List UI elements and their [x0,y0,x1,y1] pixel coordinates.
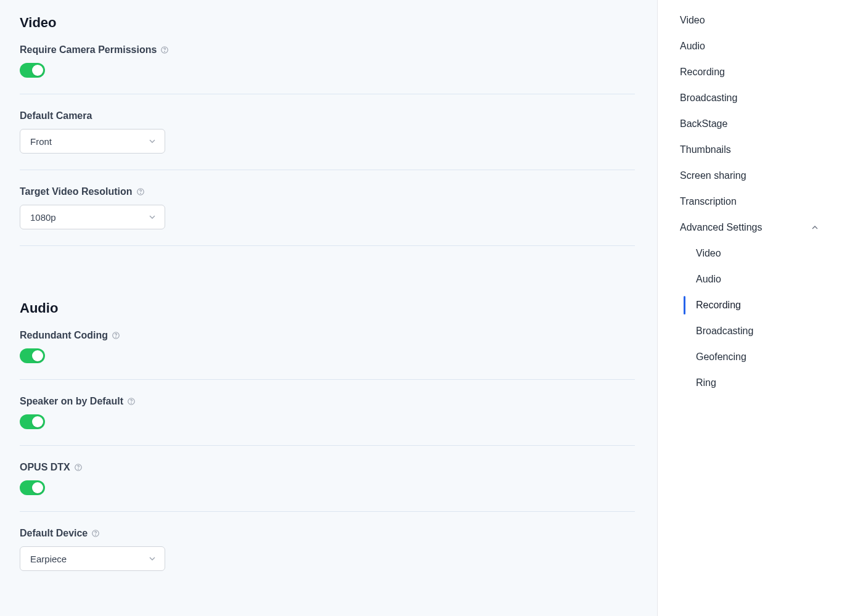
nav-label: Thumbnails [680,144,731,155]
section-title-audio: Audio [20,300,635,316]
setting-speaker-default: Speaker on by Default [20,396,635,446]
help-icon[interactable] [74,463,83,472]
nav-sub-ring[interactable]: Ring [660,370,830,396]
chevron-down-icon [147,212,157,222]
label-row: Speaker on by Default [20,396,635,407]
nav-label: Geofencing [696,351,746,362]
toggle-opus-dtx[interactable] [20,480,45,495]
setting-require-camera: Require Camera Permissions [20,44,635,94]
svg-point-3 [140,193,141,194]
toggle-require-camera[interactable] [20,63,45,78]
help-icon[interactable] [160,46,169,54]
setting-default-camera: Default Camera Front [20,110,635,170]
setting-redundant-coding: Redundant Coding [20,330,635,380]
select-default-camera[interactable]: Front [20,129,165,154]
nav-label: Recording [696,300,741,310]
select-target-resolution[interactable]: 1080p [20,205,165,229]
nav-item-thumbnails[interactable]: Thumbnails [658,137,830,163]
chevron-down-icon [147,554,157,564]
nav-item-audio[interactable]: Audio [658,33,830,59]
nav-label: Broadcasting [680,92,737,104]
setting-label: Target Video Resolution [20,186,133,197]
nav-item-advanced-settings[interactable]: Advanced Settings [658,215,830,240]
svg-point-7 [131,403,132,403]
select-value: Front [30,136,52,147]
nav-label: Audio [696,274,721,284]
help-icon[interactable] [136,187,145,196]
nav-sub-audio[interactable]: Audio [660,266,830,292]
select-value: Earpiece [30,554,67,564]
nav-label: Advanced Settings [680,222,762,233]
setting-default-device: Default Device Earpiece [20,528,635,587]
chevron-down-icon [147,136,157,146]
toggle-redundant-coding[interactable] [20,348,45,363]
nav-advanced-sublist: Video Audio Recording Broadcasting Geofe… [658,240,830,396]
sidebar-nav: Video Audio Recording Broadcasting BackS… [657,0,842,616]
label-row: OPUS DTX [20,462,635,473]
nav-label: Video [696,248,721,258]
select-value: 1080p [30,212,56,223]
nav-item-transcription[interactable]: Transcription [658,189,830,215]
svg-point-9 [78,469,78,469]
help-icon[interactable] [112,331,120,340]
nav-label: Ring [696,377,716,388]
select-default-device[interactable]: Earpiece [20,546,165,571]
svg-point-11 [96,535,96,535]
setting-label: Default Camera [20,110,92,121]
setting-label: OPUS DTX [20,462,70,473]
svg-point-1 [165,51,165,52]
nav-label: Screen sharing [680,170,746,181]
nav-item-screen-sharing[interactable]: Screen sharing [658,163,830,189]
label-row: Target Video Resolution [20,186,635,197]
help-icon[interactable] [91,529,100,538]
setting-opus-dtx: OPUS DTX [20,462,635,512]
label-row: Redundant Coding [20,330,635,341]
setting-label: Speaker on by Default [20,396,123,407]
section-title-video: Video [20,15,635,31]
nav-label: Broadcasting [696,326,753,336]
nav-item-video[interactable]: Video [658,7,830,33]
main-settings-panel: Video Require Camera Permissions Default… [0,0,657,616]
nav-sub-video[interactable]: Video [660,240,830,266]
nav-item-broadcasting[interactable]: Broadcasting [658,85,830,111]
nav-label: BackStage [680,118,727,129]
setting-label: Redundant Coding [20,330,108,341]
nav-label: Transcription [680,196,737,207]
svg-point-5 [116,337,116,337]
label-row: Default Device [20,528,635,539]
setting-label: Require Camera Permissions [20,44,157,55]
setting-target-resolution: Target Video Resolution 1080p [20,186,635,246]
nav-label: Audio [680,41,705,52]
toggle-speaker-default[interactable] [20,414,45,429]
nav-label: Video [680,15,705,26]
nav-label: Recording [680,67,725,78]
chevron-up-icon [810,223,820,232]
nav-item-backstage[interactable]: BackStage [658,111,830,137]
setting-label: Default Device [20,528,88,539]
label-row: Require Camera Permissions [20,44,635,55]
nav-sub-broadcasting[interactable]: Broadcasting [660,318,830,344]
help-icon[interactable] [127,397,136,406]
nav-sub-geofencing[interactable]: Geofencing [660,344,830,370]
nav-item-recording[interactable]: Recording [658,59,830,85]
nav-sub-recording[interactable]: Recording [660,292,830,318]
label-row: Default Camera [20,110,635,121]
